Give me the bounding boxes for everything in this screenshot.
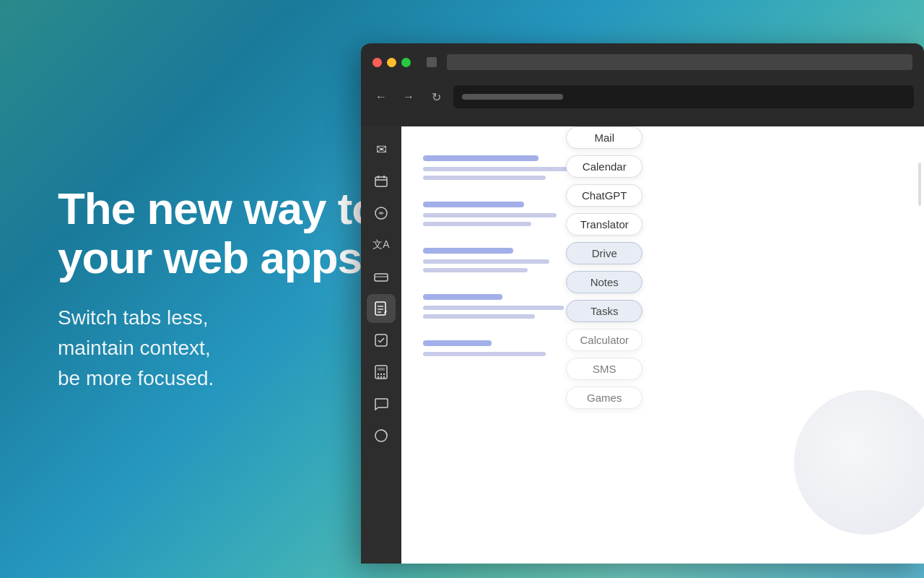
sidebar-icon-mail[interactable]: ✉ (367, 135, 396, 164)
svg-point-16 (378, 376, 379, 378)
globe-decoration (794, 390, 924, 535)
content-group-5 (423, 340, 902, 356)
sidebar-icon-tasks[interactable] (367, 326, 396, 355)
back-button[interactable]: ← (371, 87, 391, 107)
svg-point-13 (378, 374, 379, 375)
svg-rect-12 (378, 368, 385, 371)
svg-point-18 (383, 376, 385, 378)
app-label-games[interactable]: Games (566, 387, 642, 409)
content-sub-line (423, 213, 557, 217)
content-group-2 (423, 202, 902, 226)
svg-point-17 (380, 376, 382, 378)
sidebar-icon-translate[interactable]: 文A (367, 230, 396, 259)
app-label-chatgpt[interactable]: ChatGPT (566, 184, 642, 207)
sidebar-icon-drive[interactable] (367, 262, 396, 291)
forward-button[interactable]: → (398, 87, 419, 107)
app-label-tasks[interactable]: Tasks (566, 300, 642, 322)
content-group-1 (423, 155, 902, 180)
window-controls (427, 57, 437, 67)
browser-body: ✉ 文A (361, 126, 924, 564)
content-group-3 (423, 248, 902, 272)
sidebar-icon-calendar[interactable] (367, 167, 396, 196)
content-sub-line (423, 222, 531, 226)
content-sub-line (423, 176, 546, 180)
title-bar (361, 43, 924, 81)
svg-rect-0 (375, 177, 387, 186)
app-sidebar: ✉ 文A (361, 126, 401, 564)
traffic-lights (372, 58, 411, 67)
main-content-area (401, 126, 924, 564)
content-sub-line (423, 167, 567, 171)
window-control-box (427, 57, 437, 67)
content-group-4 (423, 294, 902, 319)
content-line (423, 248, 513, 254)
sidebar-icon-notes[interactable] (367, 294, 396, 323)
app-label-notes[interactable]: Notes (566, 271, 642, 293)
content-line (423, 202, 524, 207)
scrollbar[interactable] (918, 163, 921, 206)
app-labels-container: Mail Calendar ChatGPT Translator Drive N… (566, 126, 642, 409)
svg-point-15 (383, 374, 385, 375)
svg-rect-5 (375, 274, 388, 281)
content-sub-line (423, 259, 549, 264)
svg-rect-6 (375, 302, 385, 315)
browser-window: ← → ↻ ✉ (361, 43, 924, 564)
nav-bar: ← → ↻ (361, 81, 924, 113)
sidebar-icon-games[interactable] (367, 421, 396, 450)
app-label-drive[interactable]: Drive (566, 242, 642, 264)
sidebar-icon-sms[interactable] (367, 389, 396, 418)
svg-point-14 (380, 374, 382, 375)
content-line (423, 294, 502, 300)
browser-chrome: ← → ↻ (361, 43, 924, 126)
content-sub-line (423, 268, 528, 272)
maximize-button[interactable] (401, 58, 411, 67)
app-label-translator[interactable]: Translator (566, 213, 642, 236)
title-text-placeholder (447, 54, 912, 70)
close-button[interactable] (372, 58, 382, 67)
minimize-button[interactable] (387, 58, 396, 67)
app-label-sms[interactable]: SMS (566, 358, 642, 380)
sidebar-icon-chatgpt[interactable] (367, 199, 396, 228)
sidebar-icon-calculator[interactable] (367, 358, 396, 387)
address-text (462, 94, 563, 100)
address-bar[interactable] (453, 85, 914, 108)
content-sub-line (423, 314, 535, 319)
content-sub-line (423, 352, 546, 356)
app-label-calculator[interactable]: Calculator (566, 329, 642, 351)
content-sub-line (423, 306, 564, 310)
content-line (423, 155, 539, 161)
app-label-calendar[interactable]: Calendar (566, 155, 642, 178)
app-label-mail[interactable]: Mail (566, 126, 642, 149)
content-preview (423, 155, 902, 369)
reload-button[interactable]: ↻ (426, 87, 446, 107)
content-line (423, 340, 492, 346)
